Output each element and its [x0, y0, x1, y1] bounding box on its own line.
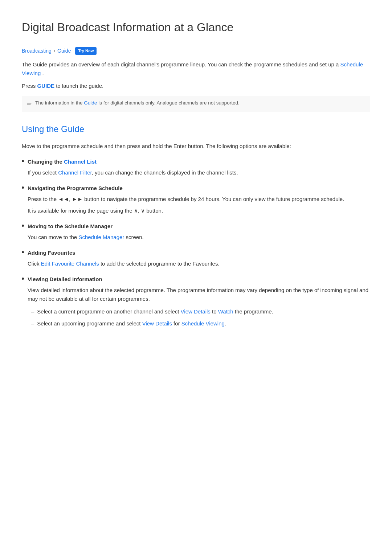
bullet-dot [22, 160, 24, 162]
intro-text-1: The Guide provides an overview of each d… [22, 61, 339, 67]
list-item: Adding Favourites Click Edit Favourite C… [22, 249, 370, 268]
bullet-item-header: Changing the Channel List [22, 157, 370, 166]
bullet-dot [22, 186, 24, 189]
breadcrumb: Broadcasting › Guide Try Now [22, 47, 370, 55]
schedule-viewing-link-2[interactable]: Schedule Viewing [181, 320, 225, 327]
sub-para: If you select Channel Filter, you can ch… [28, 168, 370, 177]
press-text-1: Press [22, 83, 36, 89]
sub-para: You can move to the Schedule Manager scr… [28, 233, 370, 242]
note-box: ✏ The information in the Guide is for di… [22, 96, 370, 112]
intro-text-end: . [42, 70, 44, 76]
press-guide-text: Press GUIDE to launch the guide. [22, 82, 370, 91]
sub-dash: – [31, 307, 34, 316]
bullet-heading-3: Moving to the Schedule Manager [28, 222, 113, 231]
view-details-link-2[interactable]: View Details [142, 320, 172, 327]
sub-list-item: – Select an upcoming programme and selec… [31, 319, 370, 328]
bullet-content-2: Press to the ◄◄, ►► button to navigate t… [22, 195, 370, 216]
intro-paragraph: The Guide provides an overview of each d… [22, 60, 370, 78]
sub-para: It is available for moving the page usin… [28, 206, 370, 216]
sub-list-text-2: Select an upcoming programme and select … [37, 319, 226, 328]
bullet-heading-5: Viewing Detailed Information [28, 275, 102, 284]
channel-list-link[interactable]: Channel List [64, 159, 97, 165]
bullet-dot [22, 278, 24, 280]
bullet-dot [22, 251, 24, 253]
list-item: Viewing Detailed Information View detail… [22, 275, 370, 328]
sub-para: Press to the ◄◄, ►► button to navigate t… [28, 195, 370, 204]
bullet-heading-2: Navigating the Programme Schedule [28, 184, 123, 193]
sub-dash: – [31, 319, 34, 328]
guide-link[interactable]: GUIDE [37, 83, 55, 89]
bullet-item-header: Navigating the Programme Schedule [22, 184, 370, 193]
watch-link[interactable]: Watch [218, 308, 233, 315]
bullet-content-1: If you select Channel Filter, you can ch… [22, 168, 370, 177]
breadcrumb-separator: › [54, 47, 55, 55]
bullet-heading-4: Adding Favourites [28, 249, 75, 257]
list-item: Navigating the Programme Schedule Press … [22, 184, 370, 216]
edit-favourite-channels-link[interactable]: Edit Favourite Channels [41, 260, 99, 267]
sub-list-text-1: Select a current programme on another ch… [37, 307, 273, 316]
breadcrumb-broadcasting[interactable]: Broadcasting [22, 47, 52, 55]
page-title: Digital Broadcast Information at a Glanc… [22, 18, 370, 37]
note-guide-link[interactable]: Guide [84, 100, 97, 106]
note-text: The information in the Guide is for digi… [35, 99, 240, 107]
breadcrumb-guide[interactable]: Guide [57, 47, 71, 55]
press-text-2: to launch the guide. [56, 83, 103, 89]
sub-para: View detailed information about the sele… [28, 286, 370, 304]
view-details-link-1[interactable]: View Details [181, 308, 211, 315]
note-text-2: is for digital channels only. Analogue c… [98, 100, 240, 106]
bullet-list: Changing the Channel List If you select … [22, 157, 370, 328]
bullet-content-4: Click Edit Favourite Channels to add the… [22, 259, 370, 268]
schedule-manager-link[interactable]: Schedule Manager [78, 234, 124, 240]
channel-filter-link[interactable]: Channel Filter [58, 169, 92, 176]
bullet-dot [22, 225, 24, 227]
section-title: Using the Guide [22, 122, 370, 136]
bullet-item-header: Moving to the Schedule Manager [22, 222, 370, 231]
note-icon: ✏ [27, 100, 32, 108]
try-now-badge[interactable]: Try Now [75, 47, 97, 55]
bullet-content-5: View detailed information about the sele… [22, 286, 370, 328]
sub-list-item: – Select a current programme on another … [31, 307, 370, 316]
section-intro: Move to the programme schedule and then … [22, 142, 370, 151]
bullet-item-header: Viewing Detailed Information [22, 275, 370, 284]
note-text-1: The information in the [35, 100, 83, 106]
sub-list: – Select a current programme on another … [28, 307, 370, 328]
bullet-content-3: You can move to the Schedule Manager scr… [22, 233, 370, 242]
list-item: Moving to the Schedule Manager You can m… [22, 222, 370, 242]
bullet-item-header: Adding Favourites [22, 249, 370, 257]
bullet-heading-1: Changing the Channel List [28, 157, 97, 166]
sub-para: Click Edit Favourite Channels to add the… [28, 259, 370, 268]
list-item: Changing the Channel List If you select … [22, 157, 370, 177]
